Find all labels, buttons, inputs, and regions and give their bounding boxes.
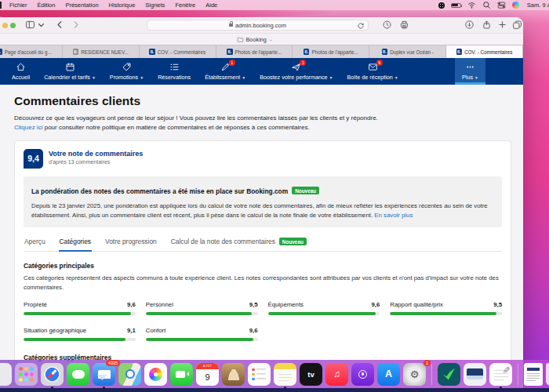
page-tab-label: Aperçu [24,238,45,245]
page-tab[interactable]: Calcul de la note des commentairesNouvea… [170,238,307,251]
nav-item-list[interactable]: Réservations [151,58,198,85]
dock-facetime-icon[interactable] [170,363,193,386]
notice-title-row: La pondération des notes des commentaire… [31,183,494,197]
chevron-down-icon: ▼ [474,75,478,80]
menu-item[interactable]: Édition [38,2,56,9]
category-cell: Personnel9,5 [146,301,258,315]
menu-item[interactable]: Signets [145,2,165,9]
calendar-icon [65,62,75,72]
chevron-down-icon: ⌄ [269,37,273,42]
browser-tab[interactable]: B.Duplex vue Océan - [369,45,446,58]
menu-item[interactable]: Fenêtre [175,2,195,9]
dock-separator [431,364,432,385]
profile-icon[interactable] [512,2,519,9]
page-tab[interactable]: Votre progression [104,238,158,251]
window-minimize-button[interactable] [2,23,8,28]
calendar-day-label: 9 [196,369,219,386]
dock-notes-icon[interactable] [274,363,296,386]
nav-item-calendar[interactable]: Calendrier et tarifs▼ [37,58,103,85]
menu-item[interactable]: Présentation [65,2,98,9]
category-score: 9,5 [493,301,502,308]
reviews-card: 9,4 Votre note de commentaires d'après 1… [14,140,511,370]
tls-lock-icon [229,24,233,27]
favorites-folder-booking[interactable]: Booking ⌄ [237,36,273,43]
dock-app-green-icon[interactable] [438,363,460,386]
share-icon[interactable] [482,20,492,30]
category-score: 9,6 [249,327,258,334]
menu-item[interactable]: Aide [205,2,217,9]
dock-contacts-icon[interactable] [222,363,245,386]
page-tab[interactable]: Catégories [59,238,93,252]
forward-button[interactable] [71,20,81,30]
new-tab-icon[interactable] [497,20,507,30]
dock-podcasts-icon[interactable] [351,363,374,386]
browser-tab[interactable]: B.COV. - Commentaires [140,45,216,58]
category-bar-fill [24,312,131,315]
category-score: 9,1 [127,327,136,334]
booking-favicon: B. [456,49,463,55]
policy-link[interactable]: Cliquez ici [14,124,42,131]
macos-menubar: FichierÉditionPrésentationHistoriqueSign… [0,0,549,10]
browser-tab[interactable]: B.Photos de l'apparte... [216,45,293,58]
score-title: Votre note de commentaires [49,150,143,158]
control-center-icon[interactable] [497,1,506,9]
reload-icon[interactable] [357,22,365,30]
window-zoom-button[interactable] [10,23,16,28]
dock-app-preview-icon[interactable] [464,363,486,386]
browser-tab[interactable]: B.Page d'accueil du g... [0,45,63,58]
nav-item-home[interactable]: Accueil [5,58,37,85]
main-categories-description: Ces catégories représentent des aspects … [24,274,502,292]
browser-tab[interactable]: B.RESIDENCE NUEV... [63,45,140,58]
favorites-folder-label: Booking [246,36,267,43]
battery-icon[interactable] [451,3,461,8]
dock-photos-icon[interactable] [144,363,167,386]
menu-item[interactable]: Historique [109,2,136,9]
nav-item-tag[interactable]: Promotions▼ [103,58,151,85]
dock-messages-icon[interactable] [67,363,89,386]
dock-document-icon[interactable] [524,363,543,386]
back-button[interactable] [55,20,65,30]
browser-tab[interactable]: B.Photos de l'apparte... [293,45,369,58]
list-icon [169,62,180,72]
downloads-icon[interactable] [464,20,474,30]
dock-mail-icon[interactable]: 4335 [93,363,115,386]
tab-overview-icon[interactable] [512,20,522,30]
page-tab[interactable]: Aperçu [24,238,46,251]
intro-line2-text: pour consulter notre politique en matièr… [42,124,309,131]
sidebar-chevron-icon[interactable] [36,20,43,30]
calendar-month-label: AOÛT [196,363,219,369]
dock-textedit-icon[interactable] [489,363,512,386]
screen-record-icon[interactable] [438,2,445,9]
score-row: 9,4 Votre note de commentaires d'après 1… [24,149,502,169]
sidebar-toggle-icon[interactable] [25,20,35,30]
dock-apple-tv-icon[interactable]: tv [300,363,322,386]
learn-more-link[interactable]: En savoir plus [374,212,413,219]
nav-item-mail[interactable]: 9Boîte de réception▼ [340,58,405,85]
nav-item-plane[interactable]: 1Boostez votre performance▼ [253,58,340,85]
category-bar-fill [146,312,253,315]
address-bar[interactable]: admin.booking.com [147,20,369,31]
running-indicator [103,387,104,388]
menubar-clock[interactable]: Sam. 9 ao [527,2,549,9]
dock-calendar-icon[interactable]: AOÛT9 [196,363,219,386]
nav-item-dots[interactable]: Plus▼ [455,58,485,85]
dock-app-store-icon[interactable]: A [377,363,400,386]
nav-item-pencil[interactable]: 1Établissement▼ [198,58,253,85]
dock-reminders-icon[interactable] [248,363,271,386]
dock-app-partial-icon[interactable] [0,363,12,386]
dock-maps-icon[interactable] [118,363,141,386]
menu-item[interactable]: Fichier [9,2,27,9]
dock-safari-icon[interactable] [41,363,64,386]
browser-tab-label: Photos de l'apparte... [235,49,282,55]
chevron-down-icon: ▼ [394,75,398,80]
browser-tab[interactable]: B.COV. - Commentaires [446,45,523,58]
search-icon[interactable] [482,1,491,9]
history-icon[interactable] [382,20,392,30]
wifi-icon[interactable] [467,1,476,9]
dock-settings-icon[interactable]: ⚙1 [403,363,426,386]
dock-music-icon[interactable]: ♫ [325,363,348,386]
dock-launchpad-icon[interactable] [15,363,38,386]
category-bar-track [24,338,136,341]
printer-icon[interactable] [399,20,409,30]
dock-trash-icon[interactable] [546,363,549,386]
